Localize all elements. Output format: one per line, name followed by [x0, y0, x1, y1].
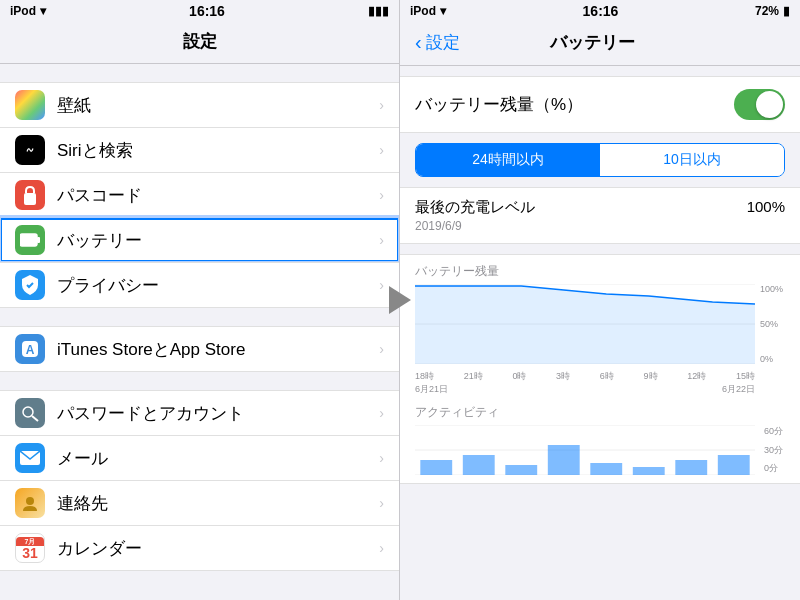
section-1: 壁紙 › Siriと検索 › [0, 82, 399, 308]
list-item[interactable]: 7月 31 カレンダー › [0, 525, 399, 571]
activity-y-labels: 60分 30分 0分 [764, 425, 783, 475]
settings-title: 設定 [0, 22, 399, 64]
svg-rect-18 [463, 455, 495, 475]
activity-section: アクティビティ 60分 30分 0分 [415, 404, 785, 479]
svg-line-7 [32, 416, 38, 421]
list-item[interactable]: プライバシー › [0, 262, 399, 308]
svg-marker-13 [415, 286, 755, 364]
chevron-right-icon: › [379, 142, 384, 158]
svg-rect-22 [633, 467, 665, 475]
list-item[interactable]: 連絡先 › [0, 480, 399, 525]
y-label-0: 0% [760, 354, 783, 364]
svg-rect-19 [505, 465, 537, 475]
left-panel: iPod ▾ 16:16 ▮▮▮ 設定 壁紙 › [0, 0, 400, 600]
chevron-right-icon: › [379, 97, 384, 113]
y-axis-labels: 100% 50% 0% [760, 284, 783, 364]
activity-chart-wrapper: 60分 30分 0分 [415, 425, 755, 479]
contacts-icon [15, 488, 45, 518]
y-label-100: 100% [760, 284, 783, 294]
list-item[interactable]: Siriと検索 › [0, 127, 399, 172]
chevron-right-icon: › [379, 341, 384, 357]
battery-icon: ▮ [783, 4, 790, 18]
wifi-icon: ▾ [40, 4, 46, 18]
passcode-icon [15, 180, 45, 210]
svg-rect-17 [420, 460, 452, 475]
itunes-icon: A [15, 334, 45, 364]
privacy-icon [15, 270, 45, 300]
svg-rect-3 [37, 237, 40, 243]
item-label: パスワードとアカウント [57, 402, 379, 425]
x-label: 18時 [415, 370, 434, 383]
item-label: 連絡先 [57, 492, 379, 515]
toggle-thumb [756, 91, 783, 118]
x-label: 21時 [464, 370, 483, 383]
item-label: カレンダー [57, 537, 379, 560]
segment-10d[interactable]: 10日以内 [600, 144, 784, 176]
activity-label: アクティビティ [415, 404, 785, 421]
act-y-0: 0分 [764, 462, 783, 475]
svg-rect-2 [20, 234, 37, 246]
battery-content: バッテリー残量（%） 24時間以内 10日以内 最後の充電レベル 2019/6/… [400, 66, 800, 600]
right-status-bar: iPod ▾ 16:16 72% ▮ [400, 0, 800, 22]
chart-label: バッテリー残量 [415, 263, 785, 280]
status-left: iPod ▾ [10, 4, 46, 18]
x-label: 0時 [512, 370, 526, 383]
battery-percentage-toggle-row: バッテリー残量（%） [400, 76, 800, 133]
item-label: プライバシー [57, 274, 379, 297]
time-display: 16:16 [189, 3, 225, 19]
stat-main-label: 最後の充電レベル [415, 198, 535, 217]
act-y-30: 30分 [764, 444, 783, 457]
act-y-60: 60分 [764, 425, 783, 438]
play-arrow-icon [389, 286, 411, 314]
back-chevron-icon: ‹ [415, 31, 422, 54]
right-panel: iPod ▾ 16:16 72% ▮ ‹ 設定 バッテリー バッテリー残量（%）… [400, 0, 800, 600]
list-item[interactable]: パスワードとアカウント › [0, 390, 399, 435]
status-left: iPod ▾ [410, 4, 446, 18]
battery-list-item[interactable]: バッテリー › [0, 217, 399, 262]
battery-chart-wrapper: 100% 50% 0% [415, 284, 755, 368]
item-label: メール [57, 447, 379, 470]
list-item[interactable]: A iTunes StoreとApp Store › [0, 326, 399, 372]
chevron-right-icon: › [379, 232, 384, 248]
device-label: iPod [410, 4, 436, 18]
battery-nav-bar: ‹ 設定 バッテリー [400, 22, 800, 66]
chevron-right-icon: › [379, 405, 384, 421]
section-2: A iTunes StoreとApp Store › [0, 326, 399, 372]
battery-chart-area: バッテリー残量 100% 50% 0% [400, 254, 800, 484]
status-right: ▮▮▮ [368, 4, 389, 18]
stat-row: 最後の充電レベル 2019/6/9 100% [415, 198, 785, 233]
battery-percentage-toggle[interactable] [734, 89, 785, 120]
wallpaper-icon [15, 90, 45, 120]
section-gap [0, 372, 399, 390]
left-status-bar: iPod ▾ 16:16 ▮▮▮ [0, 0, 399, 22]
time-segment-container: 24時間以内 10日以内 [400, 133, 800, 187]
x-label: 12時 [687, 370, 706, 383]
stat-label-group: 最後の充電レベル 2019/6/9 [415, 198, 535, 233]
svg-rect-21 [590, 463, 622, 475]
device-label: iPod [10, 4, 36, 18]
section-gap [0, 308, 399, 326]
item-label: Siriと検索 [57, 139, 379, 162]
chevron-right-icon: › [379, 495, 384, 511]
back-button[interactable]: ‹ 設定 [415, 31, 460, 54]
siri-icon [15, 135, 45, 165]
activity-chart-svg [415, 425, 755, 475]
time-segment-control: 24時間以内 10日以内 [415, 143, 785, 177]
section-3: パスワードとアカウント › メール › [0, 390, 399, 571]
list-item[interactable]: メール › [0, 435, 399, 480]
calendar-icon: 7月 31 [15, 533, 45, 563]
list-item[interactable]: パスコード › [0, 172, 399, 217]
svg-rect-20 [548, 445, 580, 475]
battery-icon [15, 225, 45, 255]
chevron-right-icon: › [379, 450, 384, 466]
segment-24h[interactable]: 24時間以内 [416, 144, 600, 176]
x-axis-time-labels: 18時 21時 0時 3時 6時 9時 12時 15時 [415, 370, 755, 383]
list-item[interactable]: 壁紙 › [0, 82, 399, 127]
wifi-icon: ▾ [440, 4, 446, 18]
stat-value: 100% [747, 198, 785, 215]
toggle-label: バッテリー残量（%） [415, 93, 734, 116]
x-axis-date-labels: 6月21日 6月22日 [415, 383, 755, 396]
svg-point-9 [26, 497, 34, 505]
time-display: 16:16 [583, 3, 619, 19]
svg-rect-23 [675, 460, 707, 475]
